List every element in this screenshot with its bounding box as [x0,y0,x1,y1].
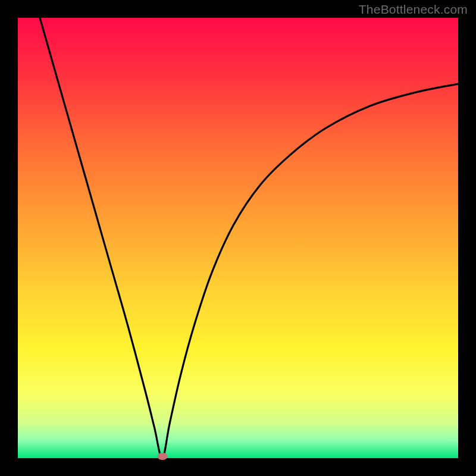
watermark-text: TheBottleneck.com [359,2,468,17]
svg-rect-0 [18,18,458,458]
chart-frame: TheBottleneck.com [0,0,476,476]
plot-area [18,18,458,458]
background-gradient [18,18,458,458]
optimum-marker [158,453,167,460]
